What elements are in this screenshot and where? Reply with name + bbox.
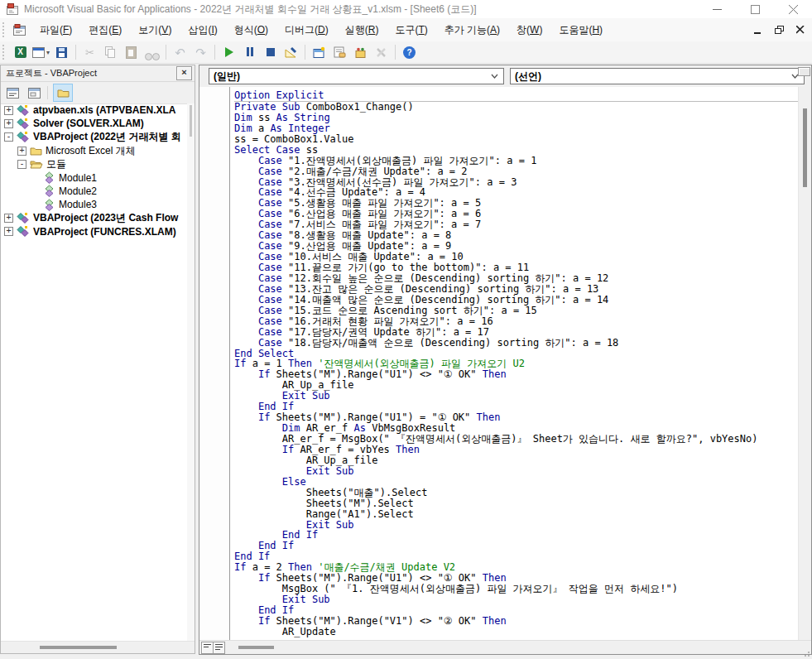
- child-window-icon[interactable]: [13, 24, 26, 36]
- scrollbar-thumb[interactable]: [238, 646, 274, 649]
- scrollbar-thumb[interactable]: [40, 646, 117, 649]
- scrollbar-thumb[interactable]: [190, 105, 192, 137]
- tree-row[interactable]: +Solver (SOLVER.XLAM): [1, 117, 187, 130]
- scrollbar-thumb[interactable]: [803, 108, 807, 187]
- help-button[interactable]: ?: [399, 43, 420, 61]
- full-module-view-button[interactable]: [213, 642, 225, 654]
- project-panel-close-button[interactable]: ×: [176, 66, 192, 80]
- menu-item-w[interactable]: 창(W): [508, 19, 550, 41]
- code-vertical-scrollbar[interactable]: [798, 87, 811, 641]
- procedure-dropdown-value: (선언): [515, 70, 791, 84]
- copy-icon: [105, 46, 116, 58]
- paste-button[interactable]: [121, 43, 142, 61]
- menu-item-v[interactable]: 보기(V): [130, 19, 180, 41]
- tree-label: Solver (SOLVER.XLAM): [33, 118, 144, 129]
- tree-row[interactable]: Module3: [1, 198, 187, 211]
- tree-label: VBAProject (2023년 Cash Flow: [33, 211, 178, 225]
- project-explorer-panel: 프로젝트 - VBAProject × +atpvbaen.xls (ATPVB…: [0, 65, 195, 654]
- expand-toggle[interactable]: -: [17, 160, 26, 169]
- minimize-button[interactable]: [698, 0, 736, 18]
- save-icon: [56, 47, 67, 58]
- tree-label: Module2: [59, 185, 97, 197]
- toggle-folders-button[interactable]: [53, 84, 73, 102]
- redo-button[interactable]: ↷: [190, 43, 211, 61]
- chevron-down-icon: [491, 74, 498, 79]
- child-close-button[interactable]: [794, 23, 807, 36]
- tree-row[interactable]: Module2: [1, 185, 187, 198]
- expand-toggle[interactable]: +: [4, 106, 13, 115]
- object-dropdown[interactable]: (일반): [209, 68, 504, 84]
- expand-toggle[interactable]: +: [4, 214, 13, 223]
- code-line: Exit Sub: [234, 466, 798, 477]
- expand-toggle[interactable]: +: [4, 227, 13, 236]
- menu-item-d[interactable]: 디버그(D): [276, 19, 337, 41]
- toolbox-icon: [375, 46, 387, 59]
- toolbar-separator: [395, 45, 396, 60]
- code-line: Exit Sub: [234, 594, 798, 605]
- project-icon: [17, 118, 30, 130]
- menu-item-o[interactable]: 형식(O): [226, 19, 276, 41]
- toolbox-button[interactable]: [371, 43, 392, 61]
- menu-item-e[interactable]: 편집(E): [80, 19, 130, 41]
- save-button[interactable]: [51, 43, 72, 61]
- menu-item-r[interactable]: 실행(R): [337, 19, 387, 41]
- properties-window-button[interactable]: [329, 43, 350, 61]
- title-bar: Microsoft Visual Basic for Applications …: [0, 0, 812, 18]
- project-icon: [17, 131, 30, 143]
- project-icon: [17, 212, 30, 224]
- menubar-drag-handle[interactable]: [2, 22, 7, 37]
- code-line: Exit Sub: [234, 391, 798, 402]
- child-window-controls: [751, 18, 807, 41]
- toolbar-separator: [305, 45, 305, 60]
- resize-grip[interactable]: [801, 648, 810, 657]
- code-line: End If: [234, 530, 798, 541]
- reset-button[interactable]: [260, 43, 281, 61]
- split-box[interactable]: [798, 67, 810, 76]
- menu-item-i[interactable]: 삽입(I): [180, 19, 225, 41]
- tree-row[interactable]: +VBAProject (2023년 Cash Flow: [1, 211, 187, 224]
- tree-row[interactable]: +VBAProject (FUNCRES.XLAM): [1, 225, 187, 238]
- view-code-button[interactable]: [2, 84, 22, 102]
- procedure-dropdown[interactable]: (선언): [510, 68, 805, 84]
- menu-item-a[interactable]: 추가 기능(A): [436, 19, 508, 41]
- project-tree-horizontal-scrollbar[interactable]: [1, 641, 195, 653]
- undo-button[interactable]: ↶: [170, 43, 190, 61]
- tree-row[interactable]: +atpvbaen.xls (ATPVBAEN.XLA: [1, 103, 187, 117]
- tree-row[interactable]: Module1: [1, 171, 187, 184]
- menu-item-f[interactable]: 파일(F): [31, 19, 80, 41]
- break-button[interactable]: [239, 43, 260, 61]
- menu-item-h[interactable]: 도움말(H): [550, 19, 611, 41]
- tree-row[interactable]: +Microsoft Excel 개체: [1, 144, 187, 157]
- view-object-button[interactable]: [24, 84, 44, 102]
- insert-userform-button[interactable]: ▾: [31, 43, 51, 61]
- procedure-view-button[interactable]: [201, 642, 214, 654]
- run-button[interactable]: [219, 43, 239, 61]
- child-minimize-button[interactable]: [751, 23, 764, 36]
- scissors-icon: ✂: [85, 47, 94, 58]
- tree-label: VBAProject (FUNCRES.XLAM): [33, 226, 176, 238]
- expand-toggle[interactable]: -: [4, 132, 13, 142]
- expand-toggle[interactable]: +: [4, 119, 13, 128]
- code-line: Exit Sub: [234, 520, 798, 531]
- toolbar-separator: [214, 45, 215, 60]
- copy-button[interactable]: [100, 43, 121, 61]
- child-restore-button[interactable]: [772, 23, 786, 36]
- close-button[interactable]: [774, 0, 812, 18]
- toolbar-drag-handle[interactable]: [2, 45, 7, 60]
- code-editor[interactable]: Option ExplicitPrivate Sub ComboBox1_Cha…: [199, 87, 811, 641]
- design-mode-button[interactable]: [281, 43, 301, 61]
- project-explorer-icon: [313, 46, 325, 59]
- project-tree-vertical-scrollbar[interactable]: [187, 103, 195, 642]
- tree-row[interactable]: -VBAProject (2022년 거래처별 회: [1, 131, 187, 144]
- view-excel-button[interactable]: X: [10, 43, 31, 61]
- project-explorer-button[interactable]: [309, 43, 329, 61]
- menu-item-t[interactable]: 도구(T): [387, 19, 435, 41]
- object-browser-button[interactable]: [350, 43, 371, 61]
- module-icon: [43, 199, 55, 211]
- module-icon: [43, 185, 55, 197]
- expand-toggle[interactable]: +: [17, 147, 26, 156]
- cut-button[interactable]: ✂: [79, 43, 100, 61]
- find-button[interactable]: [142, 43, 162, 61]
- maximize-button[interactable]: [736, 0, 774, 18]
- tree-row[interactable]: -모듈: [1, 157, 187, 171]
